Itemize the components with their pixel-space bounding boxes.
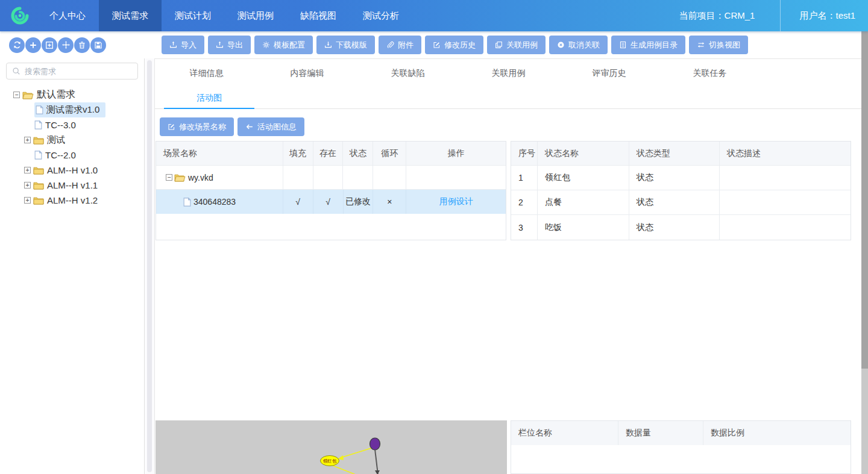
tree-node-label: 测试需求v1.0 xyxy=(46,104,102,116)
scene-row-selected[interactable]: 340648283 √ √ 已修改 × 用例设计 xyxy=(156,190,506,214)
tab-content-edit[interactable]: 内容编辑 xyxy=(257,68,357,79)
nav-item-test-analysis[interactable]: 测试分析 xyxy=(350,0,412,31)
edit-icon xyxy=(433,41,441,49)
activity-diagram-canvas[interactable]: 领红包 xyxy=(156,420,507,474)
search-input[interactable] xyxy=(25,67,137,76)
scene-table: 场景名称 填充 存在 状态 循环 操作 − wy.vkd xyxy=(156,141,506,240)
page-scrollbar[interactable] xyxy=(861,31,868,474)
activity-info-button[interactable]: 活动图信息 xyxy=(237,117,304,136)
tree-node-folder[interactable]: + 测试 xyxy=(0,133,144,148)
expand-icon[interactable]: + xyxy=(24,182,31,189)
button-label: 导入 xyxy=(181,40,197,51)
page-scrollbar-thumb[interactable] xyxy=(861,31,868,369)
tree-node-folder[interactable]: + ALM--H v1.2 xyxy=(0,193,144,208)
status-name: 点餐 xyxy=(538,190,629,214)
tree-toolbar xyxy=(9,37,106,53)
button-label: 切换视图 xyxy=(709,40,740,51)
edit-history-button[interactable]: 修改历史 xyxy=(425,36,483,54)
spiral-logo-icon xyxy=(8,4,32,28)
nav-item-test-plan[interactable]: 测试计划 xyxy=(162,0,224,31)
requirements-tree: − 默认需求 测试需求v1.0 TC--3.0 + 测试 TC--2.0 xyxy=(0,87,144,208)
tree-node-folder[interactable]: + ALM--H v1.1 xyxy=(0,178,144,193)
field-table: 栏位名称 数据量 数据比例 xyxy=(511,420,851,474)
tab-linked-cases[interactable]: 关联用例 xyxy=(458,68,559,79)
unlink-button[interactable]: 取消关联 xyxy=(549,36,608,54)
tab-review-history[interactable]: 评审历史 xyxy=(559,68,659,79)
tree-node-file[interactable]: 测试需求v1.0 xyxy=(0,102,144,117)
nav-item-test-cases[interactable]: 测试用例 xyxy=(224,0,287,31)
row-index: 1 xyxy=(511,166,538,190)
link-label[interactable]: 用例设计 xyxy=(439,196,473,207)
download-template-button[interactable]: 下载模版 xyxy=(316,36,375,54)
switch-view-button[interactable]: 切换视图 xyxy=(689,36,748,54)
column-header: 状态描述 xyxy=(720,142,851,165)
tree-node-label: 默认需求 xyxy=(36,88,78,102)
nav-item-defect-view[interactable]: 缺陷视图 xyxy=(287,0,350,31)
column-header: 状态类型 xyxy=(629,142,720,165)
collapse-icon[interactable]: − xyxy=(166,174,172,181)
expand-icon[interactable]: + xyxy=(24,137,31,143)
refresh-button[interactable] xyxy=(9,37,25,53)
export-button[interactable]: 导出 xyxy=(208,36,251,54)
rename-scene-button[interactable]: 修改场景名称 xyxy=(160,117,234,136)
expand-icon[interactable]: + xyxy=(24,167,31,173)
tree-node-folder[interactable]: + ALM--H v1.0 xyxy=(0,163,144,178)
gear-icon xyxy=(262,41,270,49)
delete-button[interactable] xyxy=(74,37,90,53)
status-row[interactable]: 2 点餐 状态 xyxy=(511,190,851,215)
move-button[interactable] xyxy=(58,37,74,53)
column-header: 数据量 xyxy=(618,421,703,445)
add-square-button[interactable] xyxy=(42,37,57,53)
tab-activity-diagram[interactable]: 活动图 xyxy=(164,87,254,109)
delete-icon xyxy=(78,41,86,49)
search-box xyxy=(6,63,138,80)
tab-linked-defects[interactable]: 关联缺陷 xyxy=(357,68,458,79)
tab-linked-tasks[interactable]: 关联任务 xyxy=(659,68,760,79)
import-button[interactable]: 导入 xyxy=(162,36,204,54)
tree-node-file[interactable]: TC--2.0 xyxy=(0,148,144,163)
button-label: 活动图信息 xyxy=(257,122,297,133)
button-label: 下载模版 xyxy=(336,40,367,51)
scene-table-header: 场景名称 填充 存在 状态 循环 操作 xyxy=(156,142,506,166)
folder-icon xyxy=(33,136,44,145)
tree-node-file[interactable]: TC--3.0 xyxy=(0,117,144,133)
table-cell xyxy=(406,166,506,189)
status-type: 状态 xyxy=(629,166,720,190)
row-index: 3 xyxy=(511,215,538,240)
add-square-icon xyxy=(45,41,54,49)
table-cell xyxy=(313,166,344,189)
template-config-button[interactable]: 模板配置 xyxy=(254,36,313,54)
expand-icon[interactable]: + xyxy=(24,197,31,204)
tree-node-label: ALM--H v1.0 xyxy=(46,164,100,176)
add-button[interactable] xyxy=(25,37,41,53)
status-row[interactable]: 3 吃饭 状态 xyxy=(511,215,851,240)
row-index: 2 xyxy=(511,190,538,214)
current-project-label: 当前项目：CRM_1 xyxy=(679,10,781,22)
save-button[interactable] xyxy=(90,37,106,53)
bottom-section: 领红包 栏位名称 数据量 数据比例 xyxy=(156,420,861,474)
navbar-right: 当前项目：CRM_1 用户名：test1 xyxy=(679,0,868,31)
scene-folder-cell: − wy.vkd xyxy=(156,166,283,189)
generate-catalog-button[interactable]: 生成用例目录 xyxy=(611,36,685,54)
username-label[interactable]: 用户名：test1 xyxy=(781,10,868,22)
sidebar-scrollbar-thumb[interactable] xyxy=(147,60,152,472)
collapse-icon[interactable]: − xyxy=(13,92,20,98)
column-header: 场景名称 xyxy=(156,142,283,165)
table-cell xyxy=(343,166,373,189)
start-node[interactable] xyxy=(370,438,380,450)
sidebar-scrollbar[interactable] xyxy=(145,58,154,474)
scene-folder-row[interactable]: − wy.vkd xyxy=(156,166,506,190)
button-label: 模板配置 xyxy=(274,40,305,51)
attachment-button[interactable]: 附件 xyxy=(379,36,421,54)
scene-name-cell: 340648283 xyxy=(156,190,283,214)
tab-detail-info[interactable]: 详细信息 xyxy=(156,68,257,79)
nav-item-test-requirements[interactable]: 测试需求 xyxy=(99,0,162,31)
button-label: 生成用例目录 xyxy=(631,40,678,51)
link-case-button[interactable]: 关联用例 xyxy=(487,36,546,54)
cancel-icon xyxy=(557,41,565,49)
status-row[interactable]: 1 领红包 状态 xyxy=(511,166,851,190)
tree-node-root[interactable]: − 默认需求 xyxy=(0,87,144,102)
case-design-link[interactable]: 用例设计 xyxy=(406,190,506,214)
nav-item-personal-center[interactable]: 个人中心 xyxy=(36,0,99,31)
download-icon xyxy=(324,41,332,49)
